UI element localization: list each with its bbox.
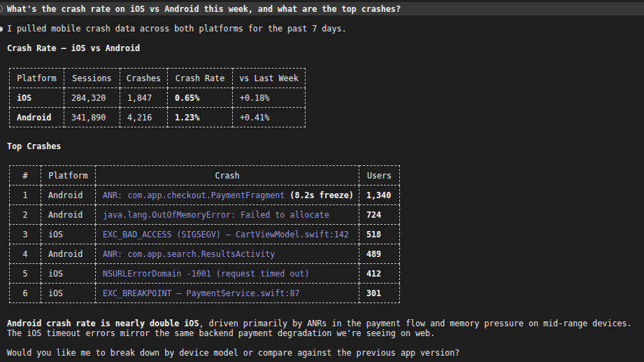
- cell-platform: Android: [41, 244, 96, 264]
- user-query-text: What's the crash rate on iOS vs Android …: [7, 4, 401, 14]
- user-query-bar: What's the crash rate on iOS vs Android …: [0, 2, 644, 15]
- header-platform: Platform: [41, 166, 96, 186]
- table-row: 4 Android ANR: com.app.search.ResultsAct…: [10, 244, 400, 264]
- crash-code-text: ANR: com.app.search.ResultsActivity: [103, 249, 275, 259]
- cell-vs-last-week: +0.18%: [233, 88, 306, 108]
- crash-rate-table: Platform Sessions Crashes Crash Rate vs …: [9, 68, 306, 127]
- cell-platform: iOS: [41, 264, 96, 284]
- table-row: iOS 284,320 1,847 0.65% +0.18%: [10, 88, 306, 108]
- followup-question: Would you like me to break down by devic…: [7, 348, 644, 358]
- cell-platform: Android: [41, 186, 96, 205]
- cell-users: 724: [359, 205, 400, 225]
- header-rank: #: [10, 166, 41, 186]
- intro-text: I pulled mobile crash data across both p…: [7, 24, 347, 34]
- summary-bold-lead: Android crash rate is nearly double iOS: [7, 319, 199, 328]
- cell-rank: 6: [10, 284, 41, 303]
- cell-crash: NSURLErrorDomain -1001 (request timed ou…: [96, 264, 359, 284]
- cell-crash: java.lang.OutOfMemoryError: Failed to al…: [96, 205, 359, 225]
- assistant-intro-line: I pulled mobile crash data across both p…: [0, 24, 644, 34]
- cell-users: 489: [359, 244, 400, 264]
- header-crashes: Crashes: [120, 69, 168, 88]
- header-crash: Crash: [96, 166, 359, 186]
- header-platform: Platform: [10, 69, 64, 88]
- prompt-circle-icon: [0, 5, 3, 13]
- table-row: 2 Android java.lang.OutOfMemoryError: Fa…: [10, 205, 400, 225]
- cell-platform: iOS: [10, 88, 64, 108]
- summary-line2: The iOS timeout errors mirror the same b…: [7, 328, 435, 338]
- crash-code-text: EXC_BAD_ACCESS (SIGSEGV) — CartViewModel…: [103, 230, 349, 239]
- summary-paragraph: Android crash rate is nearly double iOS,…: [7, 319, 644, 338]
- cell-sessions: 284,320: [64, 88, 120, 108]
- cell-users: 518: [359, 225, 400, 244]
- cell-users: 1,340: [359, 186, 400, 205]
- table-row: 6 iOS EXC_BREAKPOINT — PaymentService.sw…: [10, 284, 400, 303]
- table-header-row: # Platform Crash Users: [10, 166, 400, 186]
- cell-platform: iOS: [41, 225, 96, 244]
- crash-code-text: java.lang.OutOfMemoryError: Failed to al…: [103, 210, 329, 220]
- crash-note-text: (8.2s freeze): [289, 190, 353, 200]
- crash-code-text: EXC_BREAKPOINT — PaymentService.swift:87: [103, 288, 299, 298]
- cell-rank: 1: [10, 186, 41, 205]
- cell-sessions: 341,890: [64, 108, 120, 127]
- crash-rate-heading: Crash Rate — iOS vs Android: [7, 43, 644, 53]
- cell-crash: ANR: com.app.checkout.PaymentFragment(8.…: [96, 186, 359, 205]
- cell-crash: EXC_BREAKPOINT — PaymentService.swift:87: [96, 284, 359, 303]
- cell-rank: 3: [10, 225, 41, 244]
- cell-rank: 5: [10, 264, 41, 284]
- header-users: Users: [359, 166, 400, 186]
- cell-rank: 2: [10, 205, 41, 225]
- table-row: 1 Android ANR: com.app.checkout.PaymentF…: [10, 186, 400, 205]
- table-row: 3 iOS EXC_BAD_ACCESS (SIGSEGV) — CartVie…: [10, 225, 400, 244]
- message-bullet-icon: [0, 27, 3, 32]
- crash-code-text: NSURLErrorDomain -1001 (request timed ou…: [103, 269, 310, 279]
- table-row: 5 iOS NSURLErrorDomain -1001 (request ti…: [10, 264, 400, 284]
- cell-crash-rate: 1.23%: [168, 108, 233, 127]
- cell-users: 301: [359, 284, 400, 303]
- header-vs-last-week: vs Last Week: [233, 69, 306, 88]
- summary-line1-rest: , driven primarily by ANRs in the paymen…: [199, 319, 631, 328]
- cell-crashes: 1,847: [120, 88, 168, 108]
- cell-crashes: 4,216: [120, 108, 168, 127]
- table-row: Android 341,890 4,216 1.23% +0.41%: [10, 108, 306, 127]
- cell-platform: iOS: [41, 284, 96, 303]
- crash-code-text: ANR: com.app.checkout.PaymentFragment: [103, 190, 285, 200]
- cell-rank: 4: [10, 244, 41, 264]
- top-crashes-heading: Top Crashes: [7, 141, 644, 151]
- header-crash-rate: Crash Rate: [168, 69, 233, 88]
- cell-crash-rate: 0.65%: [168, 88, 233, 108]
- cell-crash: EXC_BAD_ACCESS (SIGSEGV) — CartViewModel…: [96, 225, 359, 244]
- cell-users: 412: [359, 264, 400, 284]
- cell-crash: ANR: com.app.search.ResultsActivity: [96, 244, 359, 264]
- cell-vs-last-week: +0.41%: [233, 108, 306, 127]
- cell-platform: Android: [41, 205, 96, 225]
- top-crashes-table: # Platform Crash Users 1 Android ANR: co…: [9, 165, 400, 303]
- header-sessions: Sessions: [64, 69, 120, 88]
- table-header-row: Platform Sessions Crashes Crash Rate vs …: [10, 69, 306, 88]
- cell-platform: Android: [10, 108, 64, 127]
